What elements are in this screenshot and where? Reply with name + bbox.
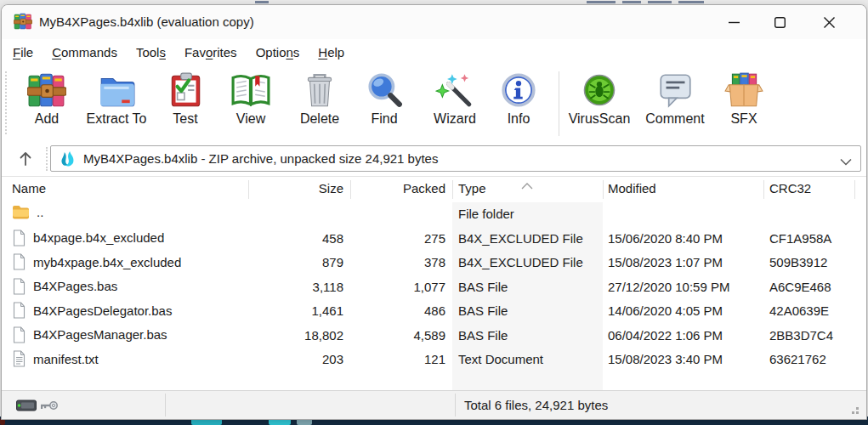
wizard-button[interactable]: Wizard — [423, 71, 486, 141]
minimize-button[interactable] — [713, 8, 754, 36]
cell-size: 203 — [248, 352, 343, 366]
comment-bubble-icon — [655, 71, 695, 109]
folder-icon — [12, 205, 30, 219]
cell-type: Text Document — [458, 352, 598, 366]
up-directory-button[interactable] — [9, 146, 43, 172]
add-button[interactable]: Add — [22, 71, 71, 141]
cell-packed: 275 — [350, 231, 445, 246]
info-button[interactable]: Info — [493, 71, 544, 141]
column-resize-handle[interactable] — [854, 180, 855, 199]
menu-commands[interactable]: Commands — [43, 42, 127, 63]
column-resize-handle[interactable] — [763, 180, 764, 199]
maximize-icon — [774, 17, 786, 28]
key-status-icon[interactable] — [40, 400, 59, 415]
status-bar: Total 6 files, 24,921 bytes — [2, 390, 866, 419]
table-row[interactable]: ..File folder — [2, 202, 866, 226]
cell-size: 458 — [248, 231, 343, 246]
menu-file[interactable]: File — [3, 42, 43, 63]
test-clipboard-icon — [166, 71, 205, 109]
chevron-down-icon[interactable] — [840, 154, 852, 169]
menu-help[interactable]: Help — [309, 42, 354, 63]
delete-trash-icon — [300, 71, 339, 109]
cell-modified: 14/06/2020 4:05 PM — [608, 303, 764, 318]
cell-name: myb4xpage.b4x_excluded — [12, 253, 243, 270]
cell-packed: 121 — [350, 352, 445, 366]
menu-bar: File Commands Tools Favorites Options He… — [2, 39, 866, 65]
test-button[interactable]: Test — [160, 71, 211, 141]
table-row[interactable]: B4XPagesDelegator.bas1,461486BAS File14/… — [2, 299, 866, 323]
winrar-books-icon — [27, 71, 66, 109]
table-row[interactable]: B4XPages.bas3,1181,077BAS File27/12/2020… — [2, 275, 866, 299]
toolbar-grip[interactable] — [5, 71, 7, 134]
cell-modified: 15/06/2020 8:40 PM — [608, 231, 764, 246]
statusbar-separator — [165, 394, 166, 416]
cell-packed: 378 — [350, 255, 445, 269]
file-list: ..File folderb4xpage.b4x_excluded458275B… — [2, 202, 866, 390]
column-header-crc32[interactable]: CRC32 — [769, 181, 853, 196]
resize-grip[interactable] — [856, 407, 859, 410]
column-resize-handle[interactable] — [603, 180, 604, 199]
find-button[interactable]: Find — [358, 71, 411, 141]
column-resize-handle[interactable] — [248, 180, 249, 199]
address-bar-row: MyB4XPages.b4xlib - ZIP archive, unpacke… — [2, 143, 866, 177]
sfx-box-icon — [724, 71, 763, 109]
cell-crc32: 42A0639E — [769, 303, 853, 318]
cell-type: BAS File — [458, 280, 598, 294]
resize-grip[interactable] — [852, 411, 854, 414]
cell-crc32: 509B3912 — [769, 255, 853, 269]
cell-type: B4X_EXCLUDED File — [458, 231, 598, 246]
column-resize-handle[interactable] — [350, 180, 351, 199]
virusscan-button[interactable]: VirusScan — [564, 71, 634, 141]
column-header-packed[interactable]: Packed — [350, 181, 445, 196]
minimize-icon — [729, 17, 740, 28]
address-bar-grip[interactable] — [46, 147, 48, 171]
status-total-label: Total 6 files, 24,921 bytes — [464, 398, 608, 412]
cell-type: BAS File — [458, 328, 598, 343]
column-header-name[interactable]: Name — [12, 181, 243, 196]
cell-packed: 1,077 — [350, 280, 445, 294]
winrar-app-icon — [14, 13, 32, 31]
maximize-button[interactable] — [759, 8, 800, 36]
column-resize-handle[interactable] — [452, 180, 453, 199]
menu-tools[interactable]: Tools — [127, 42, 175, 63]
cell-packed: 486 — [350, 303, 445, 318]
cell-size: 3,118 — [248, 280, 343, 294]
close-button[interactable] — [808, 8, 849, 36]
column-header-size[interactable]: Size — [248, 181, 343, 196]
extract-to-button[interactable]: Extract To — [77, 71, 156, 141]
resize-grip[interactable] — [856, 411, 859, 414]
extract-folder-icon — [97, 71, 136, 109]
cell-modified: 27/12/2020 10:59 PM — [608, 280, 764, 294]
table-row[interactable]: B4XPagesManager.bas18,8024,589BAS File06… — [2, 324, 866, 348]
info-circle-icon — [499, 71, 538, 109]
wizard-wand-icon — [435, 71, 474, 109]
menu-options[interactable]: Options — [247, 42, 309, 63]
find-magnifier-icon — [365, 71, 404, 109]
cell-type: File folder — [458, 207, 598, 221]
cell-name: B4XPagesDelegator.bas — [12, 302, 243, 319]
cell-name: B4XPagesManager.bas — [12, 326, 243, 343]
cell-modified: 15/08/2023 1:07 PM — [608, 255, 764, 269]
menu-favorites[interactable]: Favorites — [175, 42, 247, 63]
table-row[interactable]: myb4xpage.b4x_excluded879378B4X_EXCLUDED… — [2, 251, 866, 275]
table-row[interactable]: manifest.txt203121Text Document15/08/202… — [2, 348, 866, 371]
cell-name: b4xpage.b4x_excluded — [12, 230, 243, 246]
cell-crc32: 63621762 — [769, 352, 853, 366]
close-icon — [824, 17, 835, 28]
sfx-button[interactable]: SFX — [716, 71, 772, 141]
column-header-modified[interactable]: Modified — [608, 181, 764, 196]
statusbar-separator — [455, 394, 456, 416]
archive-path-combobox[interactable]: MyB4XPages.b4xlib - ZIP archive, unpacke… — [50, 145, 861, 172]
delete-button[interactable]: Delete — [288, 71, 351, 141]
cell-size: 18,802 — [248, 328, 343, 343]
cell-crc32: A6C9E468 — [769, 280, 853, 294]
table-row[interactable]: b4xpage.b4x_excluded458275B4X_EXCLUDED F… — [2, 227, 866, 251]
sort-ascending-icon — [520, 178, 534, 193]
view-button[interactable]: View — [221, 71, 281, 141]
file-icon — [12, 326, 26, 343]
virusscan-bug-icon — [580, 71, 619, 109]
comment-button[interactable]: Comment — [638, 71, 712, 141]
drive-status-icon[interactable] — [16, 400, 37, 415]
file-icon — [12, 302, 26, 319]
winrar-window: MyB4XPages.b4xlib (evaluation copy) File… — [1, 4, 867, 420]
